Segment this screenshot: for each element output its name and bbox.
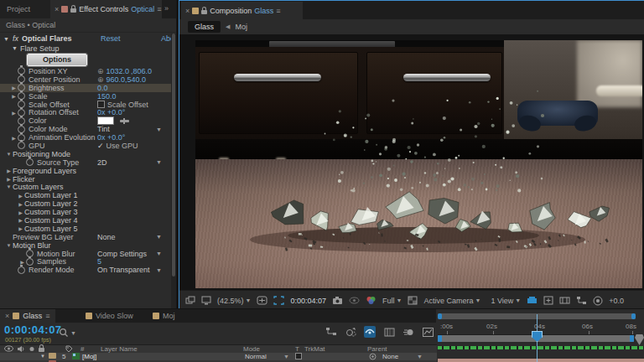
effect-row-render-mode[interactable]: Render Mode▼On Transparent <box>0 266 171 274</box>
panel-menu-icon[interactable]: ≡ <box>157 5 161 13</box>
parent-caret-icon[interactable]: ▼ <box>417 353 423 360</box>
twirl-icon[interactable]: ▶ <box>10 110 18 116</box>
property-value[interactable]: Scale Offset <box>97 101 148 109</box>
twirl-icon[interactable]: ▶ <box>10 93 18 99</box>
layer-parent-dropdown[interactable]: None <box>382 353 398 360</box>
twirl-icon[interactable]: ▶ <box>17 217 24 223</box>
show-snapshot-icon[interactable] <box>349 297 360 304</box>
stopwatch-icon[interactable] <box>18 266 25 274</box>
effect-row-flicker[interactable]: ▶Flicker <box>0 175 171 184</box>
effect-row-custom-layer-1[interactable]: ▶Custom Layer 1 <box>0 191 171 199</box>
effect-row-motion-blur[interactable]: Motion Blur▼Comp Settings <box>0 250 171 258</box>
resolution-dropdown[interactable]: Full▼ <box>382 297 402 305</box>
comp-marker-bin-icon[interactable] <box>635 334 644 345</box>
eyedropper-icon[interactable] <box>120 120 129 122</box>
property-value[interactable]: Tint <box>97 125 110 133</box>
twirl-icon[interactable]: ▶ <box>17 193 24 199</box>
twirl-icon[interactable]: ▶ <box>17 225 24 231</box>
effect-row-custom-layer-2[interactable]: ▶Custom Layer 2 <box>0 199 171 208</box>
tab-project[interactable]: Project <box>0 0 50 18</box>
nav-back-icon[interactable]: ◀ <box>226 23 230 30</box>
stopwatch-icon[interactable] <box>26 258 34 266</box>
current-time-display[interactable]: 0:00:04:07 <box>4 323 62 336</box>
share-view-icon[interactable] <box>527 296 538 305</box>
twirl-icon[interactable]: ▶ <box>10 135 18 141</box>
tab-composition[interactable]: × Composition Glass ≡ <box>181 2 303 19</box>
timeline-tab-moj[interactable]: Moj <box>148 309 180 323</box>
effect-row-color-mode[interactable]: Color Mode▼Tint <box>0 125 171 133</box>
layer-row[interactable]: ▼ 5 [Moj] Normal ▼ None ▼ <box>0 353 437 360</box>
effect-row-gpu[interactable]: GPU✓Use GPU <box>0 142 171 150</box>
stopwatch-icon[interactable] <box>18 142 25 149</box>
effect-row-scale[interactable]: ▶Scale150.0 <box>0 92 171 101</box>
property-value[interactable]: 0.0 <box>97 84 108 92</box>
flare-setup-group[interactable]: ▼ Flare Setup <box>12 44 59 53</box>
show-channels-icon[interactable] <box>366 296 377 305</box>
reset-exposure-icon[interactable] <box>543 296 553 305</box>
monitor-icon[interactable] <box>201 296 211 305</box>
timeline-search[interactable]: ▼ <box>59 328 76 338</box>
effect-row-scale-offset[interactable]: Scale OffsetScale Offset <box>0 101 171 109</box>
dropdown-caret-icon[interactable]: ▼ <box>156 251 162 256</box>
close-icon[interactable]: × <box>185 7 190 15</box>
twirl-icon[interactable]: ▶ <box>17 209 24 215</box>
work-area-start-handle[interactable] <box>438 335 442 342</box>
dropdown-caret-icon[interactable]: ▼ <box>156 267 162 273</box>
dropdown-caret-icon[interactable]: ▼ <box>156 159 162 165</box>
effect-row-samples[interactable]: ▶Samples5 <box>0 257 171 266</box>
options-button[interactable]: Options <box>27 54 87 66</box>
tab-effect-controls[interactable]: × Effect Controls Optical ≡ <box>50 0 162 18</box>
effect-row-positioning-mode[interactable]: ▼Positioning Mode <box>0 150 171 158</box>
mode-caret-icon[interactable]: ▼ <box>283 353 289 360</box>
effect-row-custom-layer-3[interactable]: ▶Custom Layer 3 <box>0 208 171 216</box>
panel-menu-icon[interactable]: ≡ <box>45 312 49 320</box>
lock-icon[interactable] <box>201 10 207 14</box>
pixel-aspect-icon[interactable] <box>559 296 570 305</box>
twirl-icon[interactable]: ▼ <box>5 243 13 248</box>
effect-row-rotation-offset[interactable]: ▶Rotation Offset0x +0.0° <box>0 108 171 116</box>
property-value[interactable]: None <box>97 233 116 241</box>
lock-icon[interactable] <box>70 8 76 13</box>
scroll-cap-right[interactable] <box>631 313 636 319</box>
twirl-icon[interactable]: ▼ <box>5 184 13 189</box>
mini-flowchart-icon[interactable] <box>325 326 337 338</box>
layer-duration-bar[interactable] <box>438 359 644 362</box>
graph-editor-icon[interactable] <box>422 326 434 338</box>
region-of-interest-icon[interactable] <box>273 296 284 305</box>
effect-row-foreground-layers[interactable]: ▶Foreground Layers <box>0 167 171 175</box>
property-value[interactable]: ✓Use GPU <box>97 142 138 150</box>
exposure-aperture-icon[interactable] <box>593 296 603 306</box>
effect-row-source-type[interactable]: Source Type▼2D <box>0 158 171 167</box>
control-point-icon[interactable]: ⊕ <box>97 67 104 75</box>
effect-row-custom-layer-5[interactable]: ▶Custom Layer 5 <box>0 225 171 233</box>
close-icon[interactable]: × <box>5 312 9 320</box>
composition-viewer[interactable] <box>179 34 644 290</box>
effect-row-color[interactable]: Color <box>0 116 171 125</box>
twirl-icon[interactable]: ▶ <box>5 168 13 173</box>
property-value[interactable]: 0x +0.0° <box>97 133 125 142</box>
magnification-dropdown[interactable]: (42.5%)▼ <box>217 297 251 305</box>
effect-row-animation-evolution[interactable]: ▶Animation Evolution0x +0.0° <box>0 133 171 142</box>
twirl-icon[interactable]: ▶ <box>5 176 13 182</box>
property-value[interactable]: ⊕960.0,540.0 <box>97 75 146 84</box>
exposure-value[interactable]: +0.0 <box>609 297 624 305</box>
property-value[interactable]: 150.0 <box>97 92 117 101</box>
work-area-end-handle[interactable] <box>630 335 634 342</box>
flowchart-icon[interactable] <box>576 296 587 305</box>
effect-header-row[interactable]: ▼ fx Optical Flares Reset Abo <box>0 34 176 44</box>
effect-row-custom-layers[interactable]: ▼Custom Layers <box>0 183 171 191</box>
twirl-icon[interactable]: ▶ <box>17 201 24 207</box>
effect-row-brightness[interactable]: ▶Brightness0.0 <box>0 84 171 92</box>
stopwatch-icon[interactable] <box>26 158 34 166</box>
scrollbar-thumb[interactable] <box>172 34 175 277</box>
property-value[interactable]: 0x +0.0° <box>97 108 125 116</box>
nav-comp-parent[interactable]: Moj <box>235 23 247 31</box>
hide-shy-layers-icon[interactable] <box>364 326 376 338</box>
property-value[interactable]: Comp Settings <box>97 250 147 258</box>
layer-twirl-icon[interactable]: ▼ <box>40 353 45 360</box>
dropdown-caret-icon[interactable]: ▼ <box>156 127 162 132</box>
effect-row-preview-bg-layer[interactable]: Preview BG Layer▼None <box>0 233 171 241</box>
layer-name[interactable]: [Moj] <box>82 353 96 360</box>
close-icon[interactable]: × <box>55 5 59 13</box>
viewer-timecode[interactable]: 0:00:04:07 <box>290 297 326 305</box>
